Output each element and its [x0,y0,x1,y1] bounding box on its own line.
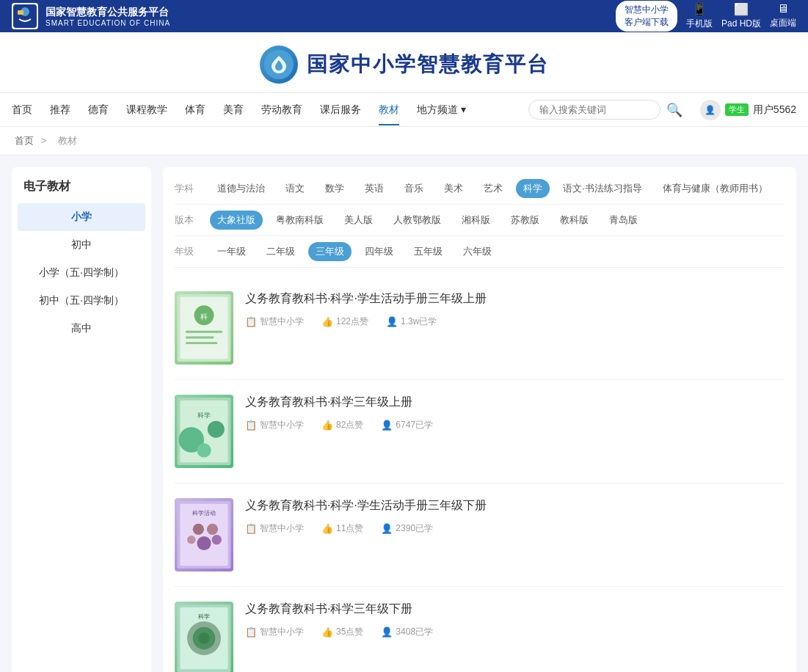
breadcrumb-current: 教材 [58,135,77,146]
site-header: 国家中小学智慧教育平台 [0,32,808,93]
learners-icon-3: 👤 [381,523,393,534]
nav-labor[interactable]: 劳动教育 [261,95,302,125]
filter-moralpolitics[interactable]: 道德与法治 [210,179,272,198]
content-wrapper: 电子教材 小学 初中 小学（五·四学制） 初中（五·四学制） 高中 学科 道德与… [0,156,808,672]
filter-daxiang[interactable]: 大象社版 [210,211,263,230]
book-cover-placeholder-3: 科学活动 [175,498,233,571]
mobile-link[interactable]: 📱 手机版 [686,2,713,30]
top-bar-right: 智慧中小学 客户端下载 📱 手机版 ⬜ Pad HD版 🖥 桌面端 [616,1,796,32]
filter-xiang[interactable]: 湘科版 [454,211,498,230]
filter-english[interactable]: 英语 [357,179,391,198]
book-cover-1[interactable]: 科 [175,291,233,365]
source-icon-4: 📋 [245,627,257,638]
book-title-3[interactable]: 义务教育教科书·科学·学生活动手册三年级下册 [245,498,785,514]
book-cover-3[interactable]: 科学活动 [175,498,233,571]
svg-point-14 [208,421,225,438]
top-bar: 国家智慧教育公共服务平台 SMART EDUCATION OF CHINA 智慧… [0,0,808,32]
logo-icon [260,45,298,84]
filter-meiren[interactable]: 美人版 [337,211,380,230]
pad-link[interactable]: ⬜ Pad HD版 [721,2,761,30]
desktop-link[interactable]: 🖥 桌面端 [770,2,796,30]
filter-jiaoke[interactable]: 教科版 [553,211,596,230]
sidebar-item-middle54[interactable]: 初中（五·四学制） [12,287,151,315]
likes-label-4: 35点赞 [336,626,363,638]
filter-yuejiaonan[interactable]: 粤教南科版 [269,211,331,230]
book-likes-2: 👍 82点赞 [321,419,363,431]
nav-textbook[interactable]: 教材 [379,95,399,125]
breadcrumb-home[interactable]: 首页 [15,135,34,146]
book-meta-2: 📋 智慧中小学 👍 82点赞 👤 6747已学 [245,419,785,431]
sidebar: 电子教材 小学 初中 小学（五·四学制） 初中（五·四学制） 高中 [12,167,151,672]
book-title-4[interactable]: 义务教育教科书·科学三年级下册 [245,602,785,617]
book-cover-placeholder-4: 科学 [175,602,233,672]
pad-icon: ⬜ [734,2,749,16]
download-button[interactable]: 智慧中小学 客户端下载 [616,1,677,32]
sidebar-item-primary54[interactable]: 小学（五·四学制） [12,259,151,287]
user-type-badge: 学生 [725,103,749,116]
filter-arts2[interactable]: 艺术 [476,179,510,198]
sidebar-item-middle[interactable]: 初中 [12,231,151,259]
source-icon-1: 📋 [245,316,257,327]
filter-grade6[interactable]: 六年级 [456,242,499,261]
sidebar-item-high[interactable]: 高中 [12,315,151,343]
filter-qingdao[interactable]: 青岛版 [602,211,645,230]
book-cover-4[interactable]: 科学 [175,602,233,672]
filter-grade1[interactable]: 一年级 [210,242,253,261]
filter-math[interactable]: 数学 [318,179,352,198]
nav-moral[interactable]: 德育 [88,95,109,125]
book-cover-2[interactable]: 科学 [175,395,233,468]
nav-course[interactable]: 课程教学 [126,95,167,125]
nav-afterschool[interactable]: 课后服务 [320,95,361,125]
svg-rect-7 [186,331,222,333]
svg-point-20 [207,524,218,535]
source-label-3: 智慧中小学 [260,522,304,535]
mobile-icon: 📱 [692,2,707,16]
nav-sports[interactable]: 体育 [185,95,205,125]
likes-label-3: 11点赞 [336,522,363,535]
source-icon-3: 📋 [245,523,257,534]
book-info-2: 义务教育教科书·科学三年级上册 📋 智慧中小学 👍 82点赞 👤 6747 [245,395,785,431]
filter-art[interactable]: 美术 [437,179,470,198]
user-name: 用户5562 [753,103,796,117]
filter-science[interactable]: 科学 [516,179,550,198]
book-title-2[interactable]: 义务教育教科书·科学三年级上册 [245,395,785,410]
svg-text:科: 科 [200,313,208,321]
nav-home[interactable]: 首页 [12,95,32,125]
filter-chinese[interactable]: 语文 [278,179,312,198]
filter-grade3[interactable]: 三年级 [308,242,352,261]
book-meta-4: 📋 智慧中小学 👍 35点赞 👤 3408已学 [245,626,785,638]
filter-grade4[interactable]: 四年级 [357,242,401,261]
search-button[interactable]: 🔍 [666,102,683,118]
svg-point-23 [212,535,222,544]
book-item: 科学 义务教育教科书·科学三年级下册 📋 智慧中小学 👍 35点赞 [175,587,785,672]
svg-point-21 [187,536,196,544]
filter-chinese-writing[interactable]: 语文·书法练习指导 [556,179,649,198]
likes-label-1: 122点赞 [336,315,368,328]
search-input[interactable] [528,100,660,120]
learners-label-3: 2390已学 [396,522,433,535]
grade-filter-label: 年级 [175,245,201,258]
filter-grade2[interactable]: 二年级 [259,242,302,261]
svg-rect-9 [186,342,217,344]
sidebar-item-primary[interactable]: 小学 [18,203,145,231]
desktop-icon: 🖥 [777,2,789,15]
main-content: 学科 道德与法治 语文 数学 英语 音乐 美术 艺术 科学 语文·书法练习指导 … [163,167,796,672]
desktop-label: 桌面端 [770,17,796,29]
nav-arts[interactable]: 美育 [223,95,244,125]
filter-grade5[interactable]: 五年级 [407,242,450,261]
nav-user[interactable]: 👤 学生 用户5562 [700,100,796,120]
filter-music[interactable]: 音乐 [397,179,431,198]
learners-icon-1: 👤 [386,316,398,327]
filter-renjiaoE[interactable]: 人教鄂教版 [386,211,448,230]
filter-phys-health[interactable]: 体育与健康（教师用书） [655,179,775,198]
main-nav: 首页 推荐 德育 课程教学 体育 美育 劳动教育 课后服务 教材 地方频道 ▾ … [0,93,808,127]
book-list: 科 义务教育教科书·科学·学生活动手册三年级上册 📋 智慧中小学 👍 122点赞 [175,277,785,672]
book-title-1[interactable]: 义务教育教科书·科学·学生活动手册三年级上册 [245,291,785,307]
nav-local[interactable]: 地方频道 ▾ [417,95,466,125]
likes-icon-4: 👍 [321,627,333,638]
nav-recommend[interactable]: 推荐 [50,95,70,125]
svg-point-15 [197,443,211,457]
filter-su[interactable]: 苏教版 [503,211,547,230]
breadcrumb: 首页 > 教材 [0,127,808,156]
sidebar-title: 电子教材 [12,179,151,203]
